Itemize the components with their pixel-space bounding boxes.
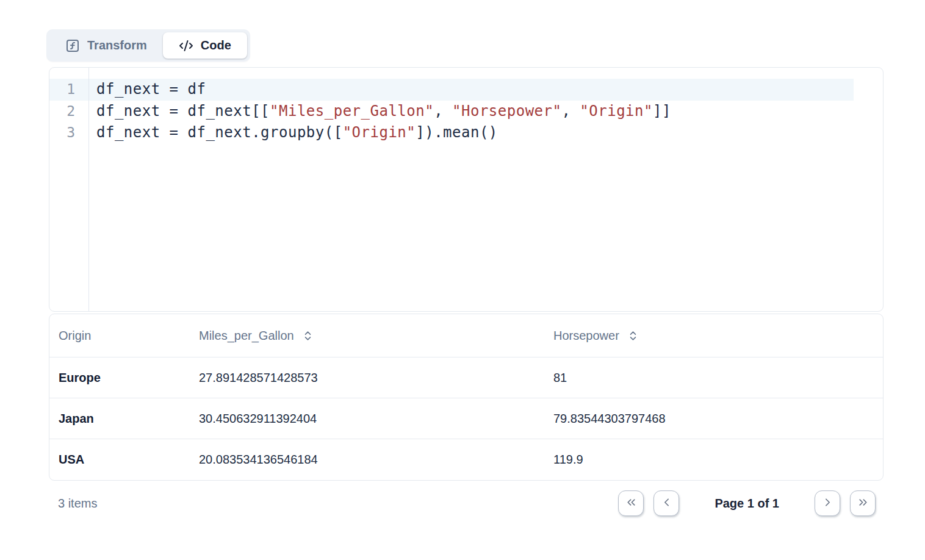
- table-footer: 3 items Page 1 of 1: [49, 490, 884, 516]
- cell-miles_per_gallon: 27.891428571428573: [190, 371, 544, 385]
- result-table: OriginMiles_per_GallonHorsepower Europe2…: [49, 314, 884, 481]
- chevrons-left-icon: [625, 496, 638, 511]
- editor-gutter: 123: [49, 68, 89, 311]
- cell-horsepower: 119.9: [544, 453, 883, 467]
- cell-horsepower: 79.83544303797468: [544, 412, 883, 426]
- code-line[interactable]: df_next = df: [89, 79, 854, 101]
- code-token: ,: [434, 102, 452, 120]
- column-label: Horsepower: [553, 329, 619, 343]
- items-count: 3 items: [58, 497, 97, 511]
- string-token: "Origin": [580, 102, 653, 120]
- code-line[interactable]: df_next = df_next.groupby(["Origin"]).me…: [89, 122, 883, 144]
- code-token: ]]: [653, 102, 671, 120]
- table-row: Japan30.45063291139240479.83544303797468: [49, 398, 883, 439]
- column-label: Origin: [59, 329, 91, 343]
- code-editor[interactable]: 123 df_next = dfdf_next = df_next[["Mile…: [49, 67, 884, 312]
- column-header-horsepower[interactable]: Horsepower: [544, 329, 883, 343]
- column-label: Miles_per_Gallon: [199, 329, 294, 343]
- cell-origin: Japan: [49, 412, 190, 426]
- code-token: ]).mean(): [416, 124, 498, 141]
- editor-content[interactable]: df_next = dfdf_next = df_next[["Miles_pe…: [89, 68, 883, 311]
- code-token: df_next = df_next.groupby([: [96, 124, 343, 141]
- chevrons-up-down-icon[interactable]: [627, 330, 639, 342]
- code-token: df_next = df_next[[: [96, 102, 270, 120]
- cell-miles_per_gallon: 30.450632911392404: [190, 412, 544, 426]
- tab-code[interactable]: Code: [163, 32, 247, 59]
- cell-miles_per_gallon: 20.083534136546184: [190, 453, 544, 467]
- string-token: "Horsepower": [452, 102, 561, 120]
- table-row: USA20.083534136546184119.9: [49, 439, 883, 480]
- page-indicator: Page 1 of 1: [714, 497, 779, 511]
- last-page-button[interactable]: [850, 490, 876, 516]
- string-token: "Miles_per_Gallon": [270, 102, 434, 120]
- first-page-button[interactable]: [618, 490, 644, 516]
- chevron-left-icon: [660, 496, 673, 511]
- cell-origin: Europe: [49, 371, 190, 385]
- view-toggle: Transform Code: [46, 29, 250, 62]
- table-row: Europe27.89142857142857381: [49, 357, 883, 398]
- column-header-miles_per_gallon[interactable]: Miles_per_Gallon: [190, 329, 544, 343]
- table-body: Europe27.89142857142857381Japan30.450632…: [49, 357, 883, 480]
- table-header: OriginMiles_per_GallonHorsepower: [49, 314, 883, 357]
- cell-origin: USA: [49, 453, 190, 467]
- code-xml-icon: [179, 38, 193, 53]
- chevrons-up-down-icon[interactable]: [302, 330, 314, 342]
- pagination: Page 1 of 1: [618, 490, 876, 516]
- tab-transform-label: Transform: [87, 38, 147, 52]
- tab-code-label: Code: [201, 38, 231, 52]
- function-square-icon: [65, 38, 80, 53]
- chevron-right-icon: [821, 496, 834, 511]
- next-page-button[interactable]: [815, 490, 840, 516]
- code-token: ,: [561, 102, 580, 120]
- string-token: "Origin": [343, 124, 416, 141]
- code-line[interactable]: df_next = df_next[["Miles_per_Gallon", "…: [89, 101, 883, 123]
- code-token: df_next = df: [96, 81, 206, 98]
- column-header-origin: Origin: [49, 329, 190, 343]
- table-header-row: OriginMiles_per_GallonHorsepower: [49, 314, 883, 357]
- prev-page-button[interactable]: [653, 490, 679, 516]
- chevrons-right-icon: [857, 496, 869, 511]
- line-number: 2: [49, 101, 88, 123]
- cell-horsepower: 81: [544, 371, 883, 385]
- tab-transform[interactable]: Transform: [49, 32, 163, 59]
- line-number: 3: [49, 122, 88, 144]
- line-number: 1: [49, 79, 88, 101]
